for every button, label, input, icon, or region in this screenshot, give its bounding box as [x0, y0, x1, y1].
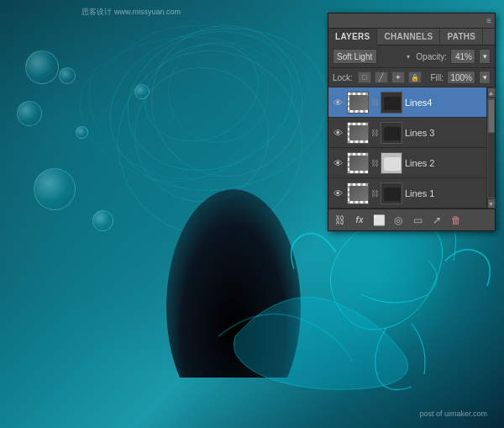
ps-panel: ≡ LAYERS CHANNELS PATHS Soft Light Norma…: [328, 13, 496, 231]
layer-new-btn[interactable]: ↗: [428, 213, 445, 228]
layer-name-lines1: Lines 1: [405, 188, 484, 198]
layer-chain-lines3: ⛓: [370, 122, 379, 144]
svg-point-0: [108, 9, 312, 193]
layer-link-btn[interactable]: ⛓: [332, 213, 349, 228]
fill-arrow-btn[interactable]: ▾: [479, 71, 491, 84]
panel-toolbar: ⛓ fx ⬜ ◎ ▭ ↗ 🗑: [328, 209, 495, 230]
lock-move-btn[interactable]: ✦: [391, 71, 405, 83]
layer-thumb2-lines2: [381, 152, 402, 174]
lock-paint-btn[interactable]: ╱: [375, 71, 388, 83]
svg-point-1: [129, 26, 274, 160]
layer-thumb1-lines2: [347, 152, 369, 174]
watermark-top: 思客设计 www.missyuan.com: [81, 7, 181, 18]
fill-input[interactable]: [447, 71, 475, 84]
layer-delete-btn[interactable]: 🗑: [448, 213, 465, 228]
layer-fx-btn[interactable]: fx: [351, 213, 368, 228]
scrollbar-up-btn[interactable]: ▲: [487, 87, 496, 98]
layer-thumb2-lines4: [381, 92, 402, 114]
layer-thumbs-lines3: ⛓: [347, 122, 402, 144]
lock-all-btn[interactable]: 🔒: [408, 71, 422, 83]
layer-item-lines1[interactable]: 👁 ⛓ Lines 1: [328, 178, 486, 209]
opacity-label: Opacity:: [416, 52, 447, 61]
lock-transparent-btn[interactable]: □: [358, 71, 371, 83]
blend-select[interactable]: Soft Light Normal Multiply Screen Overla…: [333, 49, 377, 64]
layer-chain-lines4: ⛓: [370, 92, 379, 114]
lock-row: Lock: □ ╱ ✦ 🔒 Fill: ▾: [328, 68, 495, 87]
layer-name-lines2: Lines 2: [405, 158, 484, 168]
layer-thumb1-lines3: [347, 122, 369, 144]
panel-tabs: LAYERS CHANNELS PATHS: [328, 29, 495, 45]
layer-chain-lines1: ⛓: [370, 182, 379, 204]
panel-titlebar: ≡: [328, 13, 495, 29]
tab-paths[interactable]: PATHS: [440, 29, 483, 45]
lock-label: Lock:: [333, 73, 353, 82]
layer-eye-lines3[interactable]: 👁: [331, 126, 344, 140]
opacity-arrow-btn[interactable]: ▾: [479, 49, 491, 64]
layer-eye-lines4[interactable]: 👁: [331, 96, 344, 109]
layer-eye-lines1[interactable]: 👁: [331, 187, 344, 200]
layers-list: 👁 ⛓ Lines4 👁: [328, 87, 486, 209]
layer-name-lines4: Lines4: [405, 98, 484, 108]
watermark-bottom: post of uimaker.com: [419, 410, 487, 418]
layer-thumb1-lines1: [347, 182, 369, 204]
layer-chain-lines2: ⛓: [370, 152, 379, 174]
opacity-input[interactable]: [450, 49, 475, 64]
layer-eye-lines2[interactable]: 👁: [331, 156, 344, 170]
layer-name-lines3: Lines 3: [405, 128, 484, 138]
layer-thumbs-lines1: ⛓: [347, 182, 402, 204]
layer-thumbs-lines4: ⛓: [347, 92, 402, 114]
tab-channels[interactable]: CHANNELS: [377, 29, 440, 45]
svg-point-2: [97, 12, 339, 207]
fill-label: Fill:: [430, 73, 444, 82]
layers-scroll-area: 👁 ⛓ Lines4 👁: [328, 87, 495, 209]
scrollbar-track: [488, 99, 495, 197]
layer-group-btn[interactable]: ▭: [409, 213, 426, 228]
layer-thumbs-lines2: ⛓: [347, 152, 402, 174]
layer-item-lines2[interactable]: 👁 ⛓ Lines 2: [328, 148, 486, 178]
layer-item-lines3[interactable]: 👁 ⛓ Lines 3: [328, 118, 486, 148]
tab-layers[interactable]: LAYERS: [328, 29, 377, 45]
blend-row: Soft Light Normal Multiply Screen Overla…: [328, 45, 495, 68]
scrollbar-thumb[interactable]: [488, 99, 495, 133]
layer-adjustment-btn[interactable]: ◎: [390, 213, 407, 228]
layer-mask-btn[interactable]: ⬜: [370, 213, 387, 228]
layer-item-lines4[interactable]: 👁 ⛓ Lines4: [328, 87, 486, 118]
panel-menu-icon[interactable]: ≡: [486, 16, 491, 25]
blend-select-wrapper: Soft Light Normal Multiply Screen Overla…: [333, 49, 412, 64]
layer-thumb2-lines3: [381, 122, 402, 144]
layer-thumb2-lines1: [381, 182, 402, 204]
layer-thumb1-lines4: [347, 92, 369, 114]
layers-scrollbar: ▲ ▼: [486, 87, 495, 209]
scrollbar-down-btn[interactable]: ▼: [487, 198, 496, 209]
